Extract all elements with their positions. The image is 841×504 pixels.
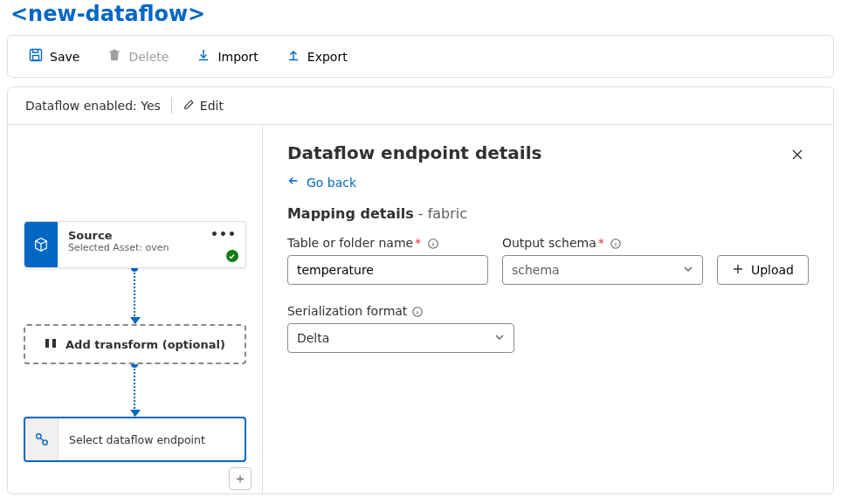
edit-button[interactable]: Edit [183, 99, 224, 114]
schema-label: Output schema* [502, 236, 703, 250]
page-title: <new-dataflow> [7, 0, 834, 35]
export-label: Export [307, 50, 348, 64]
save-label: Save [50, 50, 79, 64]
plus-icon: ＋ [233, 470, 247, 488]
destination-label: Select dataflow endpoint [69, 433, 205, 446]
format-label: Serialization format [287, 304, 514, 318]
more-icon[interactable]: ••• [210, 227, 237, 241]
section-heading: Mapping details - fabric [287, 205, 809, 222]
pencil-icon [183, 99, 195, 114]
save-icon [29, 48, 43, 65]
transform-label: Add transform (optional) [65, 338, 225, 351]
arrow-left-icon [287, 175, 300, 190]
go-back-label: Go back [307, 176, 356, 190]
dataflow-status: Dataflow enabled: Yes [25, 99, 161, 113]
go-back-link[interactable]: Go back [287, 175, 356, 190]
edit-label: Edit [200, 99, 224, 113]
cube-icon [24, 222, 58, 267]
upload-button[interactable]: Upload [717, 255, 809, 285]
destination-node[interactable]: Select dataflow endpoint [24, 417, 246, 462]
chevron-down-icon [494, 331, 505, 345]
save-button[interactable]: Save [15, 41, 93, 72]
delete-label: Delete [128, 50, 169, 64]
format-value: Delta [297, 331, 329, 345]
svg-rect-2 [45, 339, 49, 348]
format-select[interactable]: Delta [287, 323, 514, 353]
toolbar: Save Delete Import Export [7, 35, 834, 78]
download-icon [196, 48, 210, 65]
import-label: Import [217, 50, 258, 64]
source-subtitle: Selected Asset: oven [68, 242, 235, 253]
import-button[interactable]: Import [183, 41, 272, 72]
info-icon[interactable] [411, 306, 424, 318]
graph-pane: Source Selected Asset: oven ••• [8, 125, 263, 494]
chevron-down-icon [683, 263, 693, 277]
trash-icon [107, 48, 121, 65]
info-icon[interactable] [610, 238, 622, 250]
connector [134, 364, 135, 416]
add-transform-node[interactable]: Add transform (optional) [24, 324, 246, 364]
canvas: Dataflow enabled: Yes Edit [7, 86, 834, 494]
export-button[interactable]: Export [272, 41, 362, 72]
transform-icon [45, 337, 57, 352]
svg-rect-1 [33, 56, 39, 61]
canvas-header: Dataflow enabled: Yes Edit [8, 87, 833, 125]
plus-icon [732, 263, 744, 278]
upload-icon [286, 48, 300, 65]
schema-select[interactable]: schema [502, 255, 703, 285]
svg-rect-3 [52, 339, 56, 348]
source-node[interactable]: Source Selected Asset: oven ••• [24, 221, 246, 268]
check-icon [226, 250, 238, 262]
close-icon[interactable] [786, 142, 809, 168]
table-label: Table or folder name* [287, 236, 488, 250]
table-name-input[interactable] [287, 255, 488, 285]
divider [171, 98, 172, 114]
endpoint-icon [25, 418, 59, 460]
info-icon[interactable] [427, 238, 439, 250]
delete-button: Delete [93, 41, 183, 72]
panel-title: Dataflow endpoint details [287, 142, 542, 163]
schema-placeholder: schema [512, 263, 560, 277]
connector [134, 268, 135, 323]
add-node-button[interactable]: ＋ [229, 467, 252, 490]
detail-panel: Dataflow endpoint details Go back Mappin… [263, 125, 833, 494]
upload-label: Upload [751, 263, 794, 277]
